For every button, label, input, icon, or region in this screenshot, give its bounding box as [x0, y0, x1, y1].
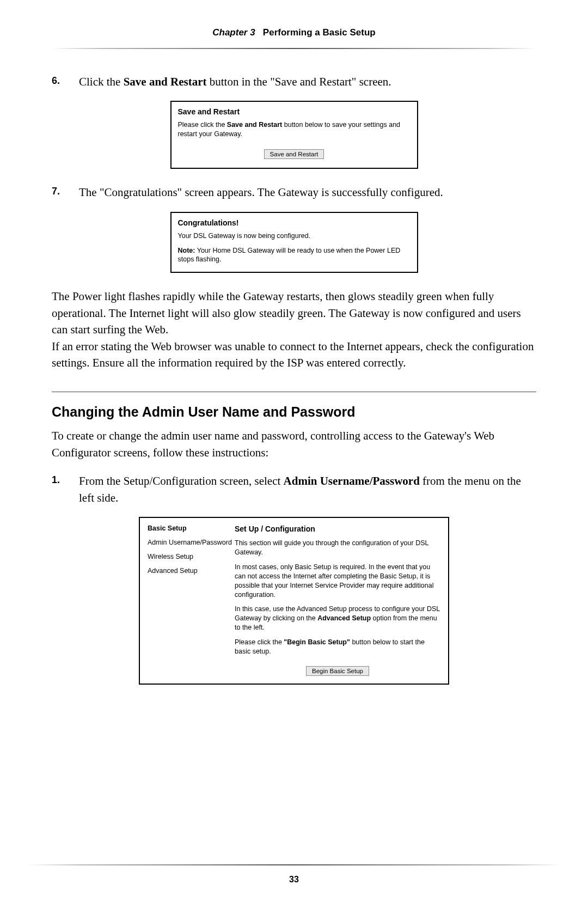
body-paragraph-2: If an error stating the Web browser was … — [52, 338, 536, 371]
panel-p1: This section will guide you through the … — [235, 539, 440, 557]
step-1: 1. From the Setup/Configuration screen, … — [52, 473, 536, 506]
page-number: 33 — [0, 875, 588, 884]
header-divider — [52, 48, 536, 49]
step-number: 6. — [52, 74, 79, 90]
content-panel: Set Up / Configuration This section will… — [235, 524, 440, 676]
setup-config-screenshot: Basic Setup Admin Username/Password Wire… — [139, 517, 449, 685]
step-body: Click the Save and Restart button in the… — [79, 74, 536, 90]
chapter-header: Chapter 3 Performing a Basic Setup — [52, 27, 536, 48]
congratulations-screenshot: Congratulations! Your DSL Gateway is now… — [170, 212, 418, 273]
section-heading: Changing the Admin User Name and Passwor… — [52, 404, 536, 420]
panel-p2: In most cases, only Basic Setup is requi… — [235, 563, 440, 600]
step-number: 1. — [52, 473, 79, 506]
step-body: From the Setup/Configuration screen, sel… — [79, 473, 536, 506]
dialog-title: Congratulations! — [178, 218, 411, 227]
text: Please click the — [235, 638, 284, 646]
sidebar-item-wireless-setup[interactable]: Wireless Setup — [148, 553, 235, 560]
bold-text: "Begin Basic Setup" — [284, 638, 350, 646]
chapter-label: Chapter 3 — [212, 27, 255, 38]
button-row: Begin Basic Setup — [235, 666, 440, 676]
sidebar-item-basic-setup[interactable]: Basic Setup — [148, 524, 235, 532]
bold-text: Advanced Setup — [317, 614, 371, 622]
panel-title: Set Up / Configuration — [235, 524, 440, 533]
isp-text: ISP — [287, 356, 303, 369]
note-label: Note: — [178, 247, 195, 254]
dialog-text: Please click the Save and Restart button… — [178, 120, 411, 139]
panel-p4: Please click the "Begin Basic Setup" but… — [235, 638, 440, 656]
save-restart-screenshot: Save and Restart Please click the Save a… — [170, 101, 418, 169]
footer-divider — [27, 864, 561, 865]
dialog-note: Note: Your Home DSL Gateway will be read… — [178, 246, 411, 265]
dialog-title: Save and Restart — [178, 107, 411, 116]
step-7: 7. The "Congratulations" screen appears.… — [52, 184, 536, 200]
sidebar-item-advanced-setup[interactable]: Advanced Setup — [148, 567, 235, 575]
text: was entered correctly. — [303, 356, 406, 369]
chapter-title: Performing a Basic Setup — [263, 27, 376, 38]
bold-text: Save and Restart — [227, 121, 282, 129]
section-divider — [52, 392, 536, 392]
body-paragraph-1: The Power light flashes rapidly while th… — [52, 288, 536, 338]
step-body: The "Congratulations" screen appears. Th… — [79, 184, 536, 200]
text: From the Setup/Configuration screen, sel… — [79, 474, 284, 487]
sidebar-item-admin-username[interactable]: Admin Username/Password — [148, 539, 235, 546]
text: button in the "Save and Restart" screen. — [206, 75, 391, 88]
save-restart-button[interactable]: Save and Restart — [264, 149, 324, 159]
bold-text: Save and Restart — [124, 75, 207, 88]
bold-text: Admin Username/Password — [284, 474, 420, 487]
note-text: Your Home DSL Gateway will be ready to u… — [178, 247, 401, 264]
text: Please click the — [178, 121, 227, 129]
section-intro: To create or change the admin user name … — [52, 428, 536, 461]
step-number: 7. — [52, 184, 79, 200]
text: Click the — [79, 75, 124, 88]
dialog-line1: Your DSL Gateway is now being configured… — [178, 231, 411, 241]
sidebar-menu: Basic Setup Admin Username/Password Wire… — [148, 524, 235, 676]
begin-basic-setup-button[interactable]: Begin Basic Setup — [306, 666, 369, 676]
step-6: 6. Click the Save and Restart button in … — [52, 74, 536, 90]
button-row: Save and Restart — [178, 149, 411, 159]
panel-p3: In this case, use the Advanced Setup pro… — [235, 605, 440, 632]
